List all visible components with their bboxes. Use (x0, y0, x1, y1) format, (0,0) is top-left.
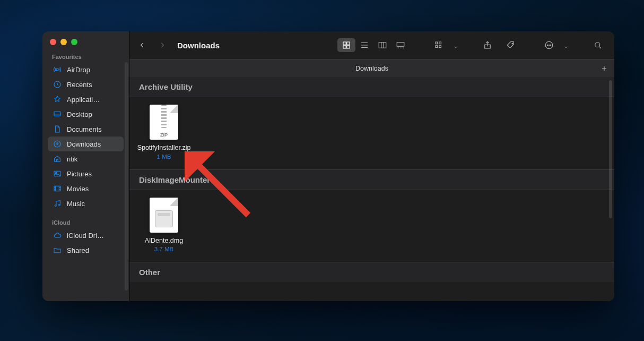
minimize-window-button[interactable] (60, 39, 67, 45)
zip-file-icon: ZIP (150, 105, 178, 140)
svg-rect-13 (379, 42, 386, 48)
zip-label: ZIP (150, 132, 178, 138)
svg-rect-12 (347, 46, 350, 48)
sidebar-item-label: Desktop (67, 110, 92, 118)
svg-rect-2 (54, 112, 60, 116)
group-header-archive-utility: Archive Utility (129, 77, 614, 97)
music-icon (53, 199, 62, 208)
file-name: AlDente.dmg (145, 237, 183, 245)
sidebar-item-label: iCloud Dri… (67, 232, 104, 240)
chevron-down-icon (563, 42, 569, 48)
svg-point-0 (56, 69, 58, 71)
view-columns-button[interactable] (373, 38, 391, 52)
dmg-file-icon (150, 198, 178, 233)
svg-rect-14 (397, 42, 404, 47)
document-icon (53, 125, 62, 133)
file-item-spotify-installer[interactable]: ZIP SpotifyInstaller.zip 1 MB (135, 105, 193, 160)
window-controls (42, 31, 129, 50)
svg-rect-18 (439, 46, 441, 48)
svg-rect-10 (347, 42, 350, 45)
sidebar-section-favourites: Favourites (42, 50, 129, 62)
view-gallery-button[interactable] (391, 38, 410, 52)
shared-folder-icon (53, 246, 62, 254)
sidebar-item-label: ritik (67, 155, 77, 163)
sidebar-item-downloads[interactable]: Downloads (48, 137, 124, 151)
svg-point-20 (512, 43, 513, 44)
group-body-diskimagemounter: AlDente.dmg 3.7 MB (129, 190, 614, 263)
path-bar: Downloads (129, 59, 614, 77)
sidebar-item-movies[interactable]: Movies (48, 181, 124, 196)
movies-icon (53, 184, 62, 193)
sidebar-item-documents[interactable]: Documents (48, 122, 124, 137)
window-title: Downloads (177, 41, 220, 50)
sidebar-item-label: Documents (67, 125, 102, 133)
download-icon (53, 140, 62, 148)
sidebar-favourites-list: AirDrop Recents Applicati… Desktop Docum… (42, 62, 129, 211)
svg-point-8 (59, 204, 60, 206)
pictures-icon (53, 169, 62, 178)
sidebar-item-label: AirDrop (67, 66, 90, 74)
svg-point-22 (547, 45, 548, 46)
group-by-button[interactable] (430, 38, 448, 52)
svg-rect-11 (343, 46, 346, 48)
chevron-down-icon (453, 42, 458, 48)
content-area: Archive Utility ZIP SpotifyInstaller.zip… (129, 77, 614, 301)
file-size: 3.7 MB (154, 246, 173, 252)
sidebar-item-label: Downloads (67, 140, 101, 148)
svg-rect-15 (436, 42, 438, 44)
group-header-diskimagemounter: DiskImageMounter (129, 170, 614, 190)
svg-rect-17 (439, 42, 441, 44)
sidebar-icloud-list: iCloud Dri… Shared (42, 228, 129, 258)
svg-point-7 (55, 205, 56, 207)
sidebar-item-pictures[interactable]: Pictures (48, 166, 124, 181)
main-area: Downloads Downloads (129, 31, 614, 301)
svg-rect-6 (54, 186, 60, 191)
group-body-archive-utility: ZIP SpotifyInstaller.zip 1 MB (129, 97, 614, 170)
add-tab-button[interactable] (597, 62, 611, 75)
svg-point-21 (545, 41, 553, 49)
sidebar-item-home[interactable]: ritik (48, 151, 124, 166)
path-bar-title: Downloads (355, 65, 388, 72)
fullscreen-window-button[interactable] (71, 39, 77, 45)
sidebar: Favourites AirDrop Recents Applicati… De… (42, 31, 129, 301)
content-scrollbar[interactable] (609, 80, 612, 218)
sidebar-item-label: Applicati… (67, 96, 100, 104)
group-header-other: Other (129, 262, 614, 282)
sidebar-item-icloud-drive[interactable]: iCloud Dri… (48, 228, 124, 243)
sidebar-scrollbar[interactable] (125, 62, 128, 291)
svg-point-25 (595, 42, 600, 47)
view-list-button[interactable] (355, 38, 373, 52)
search-button[interactable] (589, 38, 607, 52)
sidebar-item-label: Recents (67, 81, 92, 89)
finder-window: Favourites AirDrop Recents Applicati… De… (42, 31, 614, 301)
clock-icon (53, 80, 62, 89)
file-item-aldente[interactable]: AlDente.dmg 3.7 MB (135, 198, 193, 253)
sidebar-item-airdrop[interactable]: AirDrop (48, 62, 124, 77)
close-window-button[interactable] (50, 39, 56, 45)
sidebar-item-applications[interactable]: Applicati… (48, 92, 124, 107)
sidebar-item-label: Music (67, 200, 85, 208)
sidebar-section-icloud: iCloud (42, 216, 129, 228)
file-name: SpotifyInstaller.zip (137, 144, 191, 152)
back-button[interactable] (135, 39, 150, 52)
file-size: 1 MB (157, 154, 171, 160)
applications-icon (53, 95, 62, 104)
sidebar-item-label: Movies (67, 185, 89, 193)
svg-point-24 (550, 45, 551, 46)
svg-rect-16 (436, 46, 438, 48)
sidebar-item-shared[interactable]: Shared (48, 243, 124, 258)
actions-button[interactable] (540, 38, 558, 52)
airdrop-icon (53, 65, 62, 74)
sidebar-item-recents[interactable]: Recents (48, 77, 124, 92)
view-icons-button[interactable] (337, 38, 355, 52)
home-icon (53, 155, 62, 163)
sidebar-item-label: Pictures (67, 170, 92, 178)
svg-rect-9 (343, 42, 346, 45)
sidebar-item-music[interactable]: Music (48, 196, 124, 211)
share-button[interactable] (478, 38, 497, 52)
forward-button[interactable] (155, 39, 170, 52)
svg-point-23 (549, 45, 550, 46)
sidebar-item-desktop[interactable]: Desktop (48, 107, 124, 122)
tags-button[interactable] (502, 38, 520, 52)
toolbar: Downloads (129, 31, 614, 59)
